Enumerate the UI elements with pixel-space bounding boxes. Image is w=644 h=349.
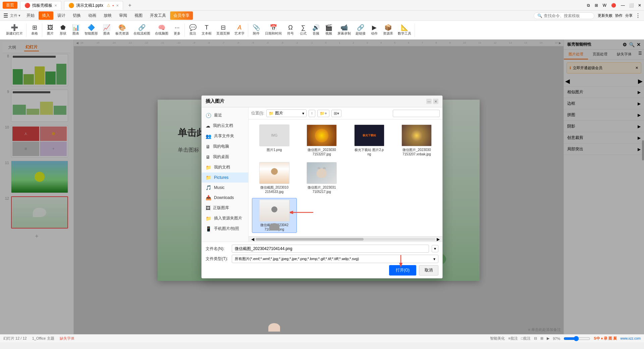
tool-shape[interactable]: ⬟ 形状 [57,23,69,37]
sidebar-item-cloud[interactable]: ☁ 我的云文档 [202,120,248,131]
tool-action[interactable]: ▶ 动作 [368,23,380,37]
tool-more[interactable]: ··· 更多 [171,23,183,37]
dialog-search-input[interactable] [393,110,440,117]
tool-flowchart[interactable]: 🔗 在线流程图 [131,23,152,37]
tab-home[interactable]: 开始 [23,11,38,20]
filename-input[interactable] [232,245,429,253]
sidebar-item-pictures[interactable]: 📁 Pictures [202,172,248,183]
file-menu[interactable]: 文件 ▾ [10,13,20,18]
tool-chart[interactable]: 📊 图表 [70,23,82,37]
tool-datetime[interactable]: 📅 日期和时间 [263,23,284,37]
view-btn[interactable]: ⊞▾ [331,110,341,117]
tab-insert[interactable]: 插入 [39,11,53,20]
tab-active-pptx[interactable]: 🟠 演示文稿1.pptx ⚠ ● ✕ [64,1,123,10]
file-item-4[interactable]: 微信图片_20230307153207.xnbak.jpg [394,123,439,158]
zoom-slider[interactable] [564,336,590,341]
tool-resources[interactable]: 🎨 板壳资源 [113,23,131,37]
missing-font[interactable]: 缺失字体 [60,336,74,341]
sidebar-item-shared[interactable]: 👥 共享文件夹 [202,131,248,141]
dialog-minimize-btn[interactable]: — [426,99,432,104]
tab-review[interactable]: 审阅 [116,11,130,20]
new-tab-button[interactable]: + [126,2,134,8]
close-window-button[interactable]: ✕ [638,3,641,8]
tool-header-footer[interactable]: ⊟ 页眉页脚 [214,23,232,37]
update-fail-icon[interactable]: 🔴 [611,3,616,8]
view-presentation-icon[interactable]: ▶ [547,336,549,341]
sidebar-item-downloads[interactable]: 📥 Downloads [202,193,248,203]
minimize-button[interactable]: — [621,3,625,8]
file-item-6[interactable]: 微信图片_20230317105217.jpg [300,160,344,195]
file-item-2[interactable]: 微信图片_20230307153207.jpg [300,123,344,158]
scroll-left-icon[interactable]: ◀ [251,237,254,242]
smart-beauty-btn[interactable]: 智能美化 [490,336,505,341]
tool-mindmap[interactable]: 🧠 在线脑图 [153,23,170,37]
tool-attachment[interactable]: 📎 附件 [250,23,262,37]
sidebar-item-phone[interactable]: 📱 手机图片/拍照 [202,223,248,234]
tool-symbol[interactable]: Ω 符号 [284,23,297,37]
file-item-3[interactable]: 极光下载站 极光下载站 图片2.png [347,123,392,158]
cancel-button[interactable]: 取消 [419,265,438,276]
file-item-7[interactable]: 微信截图_20230427104144.png [252,198,297,233]
filename-dropdown-btn[interactable]: ▾ [432,245,438,252]
sidebar-item-mydocs[interactable]: 📁 我的文档 [202,162,248,172]
grid-icon[interactable]: ⊞ [595,3,598,8]
view-grid-icon[interactable]: ⊞ [540,336,543,341]
tool-resource-lib[interactable]: 📦 资源库 [381,23,395,37]
tool-comment[interactable]: 💬 批注 [187,23,199,37]
tool-formula[interactable]: ∑ 公式 [297,23,309,37]
tool-smart-shape[interactable]: 🔷 智能图形 [83,23,100,37]
sidebar-item-desktop[interactable]: 🖥 我的桌面 [202,152,248,162]
dialog-close-btn[interactable]: ✕ [433,99,438,104]
close-tab-icon[interactable]: ✕ [54,4,57,7]
restore-icon[interactable]: ⧉ [587,3,590,8]
tab-slideshow[interactable]: 放映 [100,11,115,20]
share-btn[interactable]: 分享 [625,13,633,18]
music-icon: 🎵 [206,185,211,190]
tab-animation[interactable]: 动画 [85,11,100,20]
sidebar-item-recent[interactable]: 🕐 最近 [202,110,248,120]
home-button[interactable]: 首页 [3,2,17,9]
cooperate-btn[interactable]: 协作 [615,13,623,18]
dialog-title: 插入图片 [206,98,224,104]
brand-url[interactable]: www.xzz.com [620,337,641,340]
wps-icon[interactable]: W [603,3,606,8]
sidebar-item-mypc[interactable]: 🖥 我的电脑 [202,141,248,152]
sidebar-item-resource-folder[interactable]: 📁 插入资源夹图片 [202,213,248,223]
tool-textbox[interactable]: T 文本框 [200,23,214,37]
tool-hyperlink[interactable]: 🔗 超链接 [354,23,368,37]
search-input[interactable] [544,13,591,18]
tab-view[interactable]: 视图 [131,11,146,20]
maximize-button[interactable]: ⬜ [629,3,634,8]
sidebar-item-music[interactable]: 🎵 Music [202,183,248,193]
go-up-btn[interactable]: ↑ [309,110,315,117]
tab-member[interactable]: 会员专享 [170,11,193,20]
tab-template[interactable]: 🔴 找板壳模板 ✕ [20,1,61,10]
tab-developer[interactable]: 开发工具 [147,11,169,20]
tool-new-slide[interactable]: ➕ 新建幻灯片 [4,23,25,37]
tab-design[interactable]: 设计 [54,11,69,20]
tool-screenrecord[interactable]: 📹 屏幕录制 [335,23,353,37]
tool-art-text[interactable]: A 艺术字 [232,23,247,37]
sidebar-item-stock[interactable]: 🖼 正版图库 [202,203,248,213]
warning-icon: ⚠ [107,3,110,8]
comments-btn[interactable]: ≡批注 [508,336,518,341]
tool-picture[interactable]: 🖼 图片 [44,23,56,37]
notes-btn[interactable]: □批注 [521,336,531,341]
view-normal-icon[interactable]: ⊟ [534,336,537,341]
tool-data-chart[interactable]: 📈 图表 [101,23,113,37]
tool-table[interactable]: ⊞ 表格 [29,23,41,37]
filetype-combo[interactable]: 所有图片(*.emf;*.wmf;*.jpg;*.jpeg;*.jpe;*.pn… [232,255,438,263]
location-combo[interactable]: 📁 图片 ▾ [266,109,307,117]
menu-icon[interactable]: ☰ [3,12,8,19]
close-tab2-icon[interactable]: ✕ [116,4,119,7]
tab-transition[interactable]: 切换 [69,11,84,20]
tool-video[interactable]: 🎬 视频 [323,23,335,37]
file-item-5[interactable]: 微信截图_20230102154533.jpg [252,160,297,195]
scroll-right-icon[interactable]: ▶ [437,237,440,242]
file-item-1[interactable]: IMG 图片1.png [252,123,297,158]
tool-math[interactable]: 📐 数学工具 [396,23,413,37]
more-menu-icon[interactable]: ⋮ [635,12,641,19]
update-fail-text[interactable]: 更新失败 [598,13,612,18]
tool-audio[interactable]: 🔊 音频 [310,23,322,37]
new-folder-btn[interactable]: 📁+ [317,110,329,117]
